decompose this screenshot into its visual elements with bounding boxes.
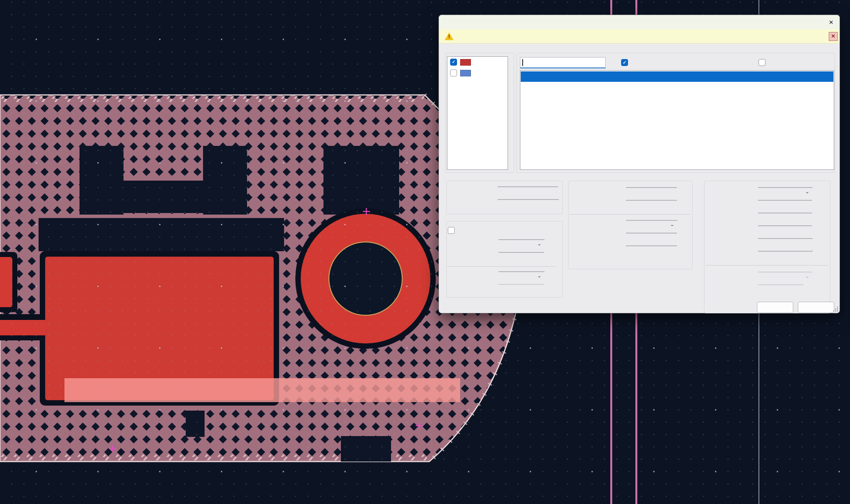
pad-connections-select[interactable]	[626, 220, 677, 221]
layer-row-bcu[interactable]	[447, 68, 508, 78]
general-group	[446, 181, 563, 214]
warning-dismiss-icon[interactable]	[829, 32, 838, 41]
zone-selection-highlight[interactable]	[64, 378, 460, 402]
layer-row-fcu[interactable]	[447, 57, 508, 68]
layer-fcu-color-swatch	[460, 59, 471, 66]
warning-icon	[445, 32, 454, 40]
min-width-input[interactable]	[626, 200, 677, 201]
close-icon[interactable]	[826, 17, 836, 27]
thermal-gap-input[interactable]	[626, 233, 677, 233]
zone-outline-hatching-top	[0, 96, 424, 102]
clearance-input[interactable]	[626, 187, 677, 188]
corner-smoothing-select[interactable]	[498, 271, 545, 272]
hatch-gap-input[interactable]	[758, 225, 812, 226]
zone-name-input[interactable]	[498, 186, 558, 187]
warning-banner	[439, 29, 840, 44]
text-caret	[522, 59, 523, 66]
net-filter-input[interactable]	[520, 57, 606, 68]
hide-auto-nets-checkbox[interactable]	[621, 59, 628, 66]
dialog-titlebar[interactable]	[439, 15, 840, 30]
cancel-button[interactable]	[798, 302, 834, 313]
layer-list[interactable]	[447, 56, 508, 170]
sort-nets-checkbox[interactable]	[759, 59, 765, 66]
fillet-radius-input[interactable]	[498, 284, 544, 285]
layer-bcu-color-swatch	[460, 70, 471, 76]
layer-fcu-checkbox[interactable]	[450, 59, 457, 66]
copper-zone-properties-dialog	[439, 15, 840, 313]
footprint-pad-group[interactable]	[295, 208, 436, 349]
smoothing-amount-stepper[interactable]	[758, 251, 813, 252]
shape-group	[446, 221, 563, 298]
ok-button[interactable]	[757, 302, 793, 313]
shape-separator	[447, 266, 556, 267]
screen	[0, 0, 850, 504]
outline-display-select[interactable]	[498, 239, 545, 240]
electrical-separator	[570, 214, 690, 215]
net-list-selected-item[interactable]	[521, 71, 833, 82]
min-island-input[interactable]	[758, 284, 804, 285]
thermal-spoke-input[interactable]	[626, 245, 677, 246]
locked-checkbox[interactable]	[448, 227, 455, 234]
remove-islands-select[interactable]	[758, 272, 813, 272]
orientation-input[interactable]	[758, 200, 812, 201]
layer-bcu-checkbox[interactable]	[450, 69, 457, 76]
smoothing-effort-stepper[interactable]	[758, 238, 813, 239]
zone-priority-stepper[interactable]	[498, 199, 559, 200]
fill-type-select[interactable]	[758, 187, 813, 188]
outline-pitch-input[interactable]	[498, 252, 544, 253]
hatch-width-input[interactable]	[758, 213, 812, 213]
fill-separator	[706, 265, 828, 266]
net-list[interactable]	[520, 70, 834, 170]
